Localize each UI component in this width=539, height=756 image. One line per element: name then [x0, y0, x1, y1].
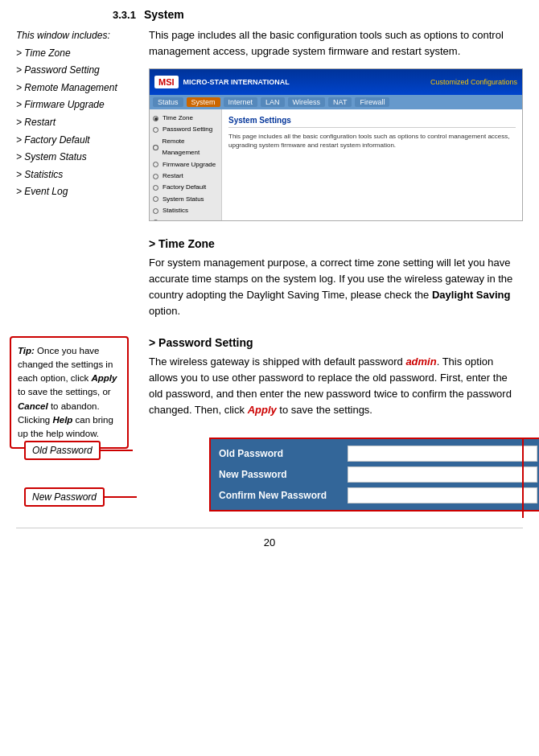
- form-right-border: [515, 438, 531, 518]
- sidebar-item-3: > Firmware Upgrade: [16, 97, 141, 114]
- callouts-col: Old Password New Password: [24, 438, 161, 512]
- section-number: 3.3.1: [113, 9, 136, 21]
- router-sidebar-password: Password Setting: [153, 124, 218, 135]
- tip-box: Tip: Once you have changed the settings …: [10, 336, 129, 450]
- form-col: Old Password New Password Confirm New Pa…: [161, 438, 539, 512]
- new-password-callout: New Password: [24, 487, 137, 507]
- right-content: This page includes all the basic configu…: [149, 27, 523, 333]
- nav-system[interactable]: System: [187, 97, 220, 107]
- nav-firewall[interactable]: Firewall: [355, 97, 389, 107]
- old-password-arrow: [101, 450, 133, 451]
- router-screenshot: MSI MICRO-STAR INTERNATIONAL Customized …: [149, 68, 523, 221]
- confirm-password-input[interactable]: [348, 487, 537, 503]
- tip-area: Tip: Once you have changed the settings …: [16, 336, 141, 432]
- nav-internet[interactable]: Internet: [224, 97, 258, 107]
- router-tagline: Customized Configurations: [430, 78, 517, 86]
- nav-status[interactable]: Status: [153, 97, 183, 107]
- page-number: 20: [16, 528, 523, 553]
- router-main-title: System Settings: [228, 116, 516, 128]
- time-zone-text: For system management purpose, a correct…: [149, 255, 523, 320]
- form-row-new: New Password: [219, 466, 537, 483]
- router-sidebar-remote: Remote Management: [153, 136, 218, 159]
- main-layout: This window includes: > Time Zone > Pass…: [16, 27, 523, 333]
- section-heading: 3.3.1 System: [113, 8, 523, 21]
- left-sidebar: This window includes: > Time Zone > Pass…: [16, 27, 141, 333]
- password-setting-title: > Password Setting: [149, 336, 523, 349]
- old-password-label: Old Password: [24, 441, 101, 460]
- time-zone-title: > Time Zone: [149, 237, 523, 250]
- tip-text2: to save the settings, or: [18, 387, 111, 396]
- password-setting-text: The wireless gateway is shipped with def…: [149, 354, 523, 419]
- new-password-arrow: [105, 496, 137, 498]
- nav-wireless[interactable]: Wireless: [288, 97, 326, 107]
- router-sidebar-firmware: Firmware Upgrade: [153, 159, 218, 171]
- router-sidebar-timezone: Time Zone: [153, 113, 218, 124]
- router-sidebar-status: System Status: [153, 194, 218, 205]
- password-form-area: Old Password New Password Old Password: [24, 438, 523, 512]
- form-label-old: Old Password: [219, 448, 348, 459]
- form-row-old: Old Password: [219, 446, 537, 462]
- router-body: Time Zone Password Setting Remote Manage…: [150, 109, 522, 221]
- router-brand: MICRO-STAR INTERNATIONAL: [183, 78, 290, 86]
- sidebar-item-0: > Time Zone: [16, 45, 141, 63]
- nav-nat[interactable]: NAT: [328, 97, 352, 107]
- router-sidebar-statistics: Statistics: [153, 205, 218, 216]
- description-text: This page includes all the basic configu…: [149, 27, 523, 59]
- sidebar-item-6: > System Status: [16, 149, 141, 166]
- router-main-text: This page includes all the basic configu…: [228, 132, 516, 150]
- nav-lan[interactable]: LAN: [261, 97, 285, 107]
- sidebar-includes: This window includes: > Time Zone > Pass…: [16, 27, 141, 201]
- new-password-input[interactable]: [348, 466, 537, 483]
- form-label-new: New Password: [219, 469, 348, 480]
- router-sidebar-restart: Restart: [153, 171, 218, 182]
- router-header: MSI MICRO-STAR INTERNATIONAL Customized …: [150, 69, 522, 95]
- tip-apply: Apply: [91, 373, 117, 383]
- password-form: Old Password New Password Confirm New Pa…: [209, 438, 539, 512]
- sidebar-item-8: > Event Log: [16, 183, 141, 201]
- time-zone-section: > Time Zone For system management purpos…: [149, 237, 523, 320]
- form-label-confirm: Confirm New Password: [219, 490, 348, 501]
- sidebar-includes-label: This window includes:: [16, 27, 141, 45]
- form-row-confirm: Confirm New Password: [219, 487, 537, 503]
- sidebar-item-5: > Factory Default: [16, 132, 141, 150]
- section-title: System: [144, 8, 184, 21]
- sidebar-item-7: > Statistics: [16, 166, 141, 184]
- sidebar-item-2: > Remote Management: [16, 80, 141, 97]
- tip-cancel: Cancel: [18, 401, 48, 411]
- old-password-callout: Old Password: [24, 441, 133, 460]
- new-password-label: New Password: [24, 487, 105, 507]
- password-setting-section: > Password Setting The wireless gateway …: [149, 336, 523, 419]
- router-sidebar: Time Zone Password Setting Remote Manage…: [150, 109, 222, 221]
- old-password-input[interactable]: [348, 446, 537, 462]
- tip-help: Help: [52, 415, 72, 425]
- router-sidebar-factory: Factory Default: [153, 182, 218, 193]
- sidebar-item-1: > Password Setting: [16, 62, 141, 80]
- msi-logo: MSI: [154, 76, 179, 88]
- sidebar-item-4: > Restart: [16, 114, 141, 132]
- password-content: > Password Setting The wireless gateway …: [149, 336, 523, 432]
- router-main: System Settings This page includes all t…: [222, 109, 522, 221]
- router-nav: Status System Internet LAN Wireless NAT …: [150, 95, 522, 109]
- password-main-layout: Tip: Once you have changed the settings …: [16, 336, 523, 432]
- router-sidebar-eventlog: Event Log: [153, 217, 218, 221]
- tip-label: Tip:: [18, 346, 35, 355]
- page-container: 3.3.1 System This window includes: > Tim…: [0, 0, 539, 756]
